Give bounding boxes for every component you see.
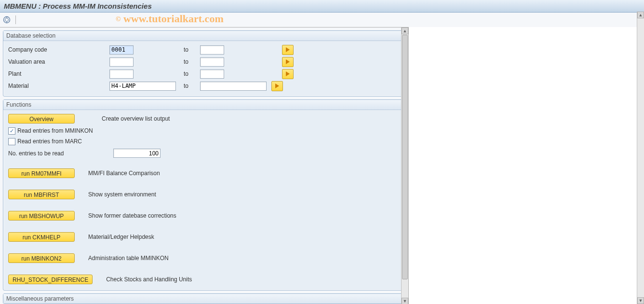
run-mbinkon2-button[interactable]: run MBINKON2: [8, 253, 75, 263]
panel-header-functions: Functions: [3, 100, 402, 110]
label-company-code: Company code: [6, 46, 109, 53]
label-valuation-area: Valuation area: [6, 58, 109, 65]
input-material-to[interactable]: [200, 82, 267, 91]
row-chk-marc: Read entries from MARC: [8, 136, 401, 147]
to-label: to: [184, 83, 198, 89]
window-scrollbar[interactable]: ▲ ▼: [637, 12, 644, 304]
toolbar-divider: [15, 15, 16, 24]
row-plant: Plant to: [6, 68, 401, 80]
application-toolbar: © www.tutorialkart.com: [0, 13, 644, 28]
run-mbshowup-button[interactable]: run MBSHOWUP: [8, 211, 75, 221]
label-material: Material: [6, 83, 109, 89]
desc-mbfirst: Show system environment: [88, 191, 156, 198]
scroll-up-icon[interactable]: ▲: [402, 28, 408, 34]
scroll-down-icon[interactable]: ▼: [637, 297, 644, 304]
to-label: to: [184, 58, 198, 65]
func-row-3: run CKMHELP Material/Ledger Helpdesk: [8, 232, 401, 242]
label-entries: No. entries to be read: [8, 150, 107, 157]
input-company-code-to[interactable]: [200, 45, 224, 55]
label-plant: Plant: [6, 70, 109, 77]
to-label: to: [184, 70, 198, 77]
functions-panel: Functions Overview Create overview list …: [3, 99, 403, 290]
misc-params-panel: Miscellaneous parameters: [3, 293, 403, 304]
row-entries: No. entries to be read: [8, 149, 401, 158]
label-chk-mminkon: Read entries from MMINKON: [17, 127, 93, 134]
svg-point-1: [5, 18, 9, 22]
input-entries[interactable]: [113, 149, 161, 158]
input-valuation-from[interactable]: [109, 57, 134, 67]
input-material-from[interactable]: [109, 82, 176, 91]
desc-rm07mmfi: MM/FI Balance Comparison: [88, 170, 160, 177]
label-chk-marc: Read entries from MARC: [17, 138, 82, 145]
desc-mbshowup: Show former datebase corrections: [88, 212, 176, 219]
run-mbfirst-button[interactable]: run MBFIRST: [8, 190, 75, 199]
overview-row: Overview Create overview list output: [8, 114, 401, 124]
func-row-4: run MBINKON2 Administration table MMINKO…: [8, 253, 401, 263]
row-chk-mminkon: Read entries from MMINKON: [8, 125, 401, 136]
input-valuation-to[interactable]: [200, 57, 224, 67]
page-title: MBMENU : Process MM-IM Inconsistencies: [0, 0, 644, 13]
multi-select-material[interactable]: [271, 81, 283, 91]
to-label: to: [184, 46, 198, 53]
rhu-stock-diff-button[interactable]: RHU_STOCK_DIFFERENCE: [8, 275, 93, 284]
checkbox-marc[interactable]: [8, 138, 15, 145]
multi-select-company-code[interactable]: [282, 45, 294, 55]
scroll-down-icon[interactable]: ▼: [402, 298, 408, 304]
func-row-2: run MBSHOWUP Show former datebase correc…: [8, 211, 401, 221]
checkbox-mminkon[interactable]: [8, 127, 15, 135]
execute-icon[interactable]: [3, 16, 11, 24]
panel-header-misc: Miscellaneous parameters: [3, 294, 402, 304]
scroll-up-icon[interactable]: ▲: [637, 12, 644, 18]
row-material: Material to: [6, 80, 401, 92]
run-rm07mmfi-button[interactable]: run RM07MMFI: [8, 168, 75, 178]
multi-select-valuation[interactable]: [282, 57, 294, 67]
input-company-code-from[interactable]: [109, 45, 134, 55]
desc-rhu: Check Stocks and Handling Units: [91, 276, 192, 283]
overview-button[interactable]: Overview: [8, 114, 75, 124]
desc-ckmhelp: Material/Ledger Helpdesk: [88, 234, 154, 240]
run-ckmhelp-button[interactable]: run CKMHELP: [8, 232, 75, 242]
func-row-5: RHU_STOCK_DIFFERENCE Check Stocks and Ha…: [8, 275, 401, 284]
func-row-0: run RM07MMFI MM/FI Balance Comparison: [8, 168, 401, 178]
row-company-code: Company code to: [6, 44, 401, 55]
empty-right-area: [409, 27, 637, 304]
overview-desc: Create overview list output: [102, 115, 170, 122]
scroll-thumb[interactable]: [402, 35, 408, 279]
desc-mbinkon2: Administration table MMINKON: [88, 255, 169, 262]
row-valuation-area: Valuation area to: [6, 56, 401, 68]
input-plant-to[interactable]: [200, 69, 224, 79]
input-plant-from[interactable]: [109, 69, 134, 79]
inner-scrollbar[interactable]: ▲ ▼: [401, 28, 408, 304]
panel-header-db: Database selection: [3, 31, 402, 41]
func-row-1: run MBFIRST Show system environment: [8, 190, 401, 199]
database-selection-panel: Database selection Company code to Valua…: [3, 30, 403, 97]
multi-select-plant[interactable]: [282, 69, 294, 79]
watermark: © www.tutorialkart.com: [116, 13, 224, 25]
